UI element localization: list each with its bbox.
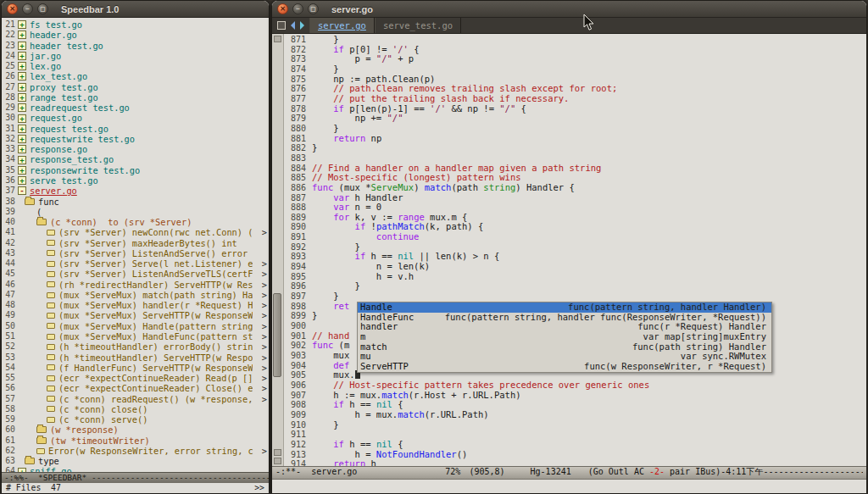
maximize-button-icon[interactable]: ◻ <box>37 3 48 14</box>
completion-item[interactable]: HandleFuncfunc(pattern string, handler f… <box>358 313 771 323</box>
code-area[interactable]: Handlefunc(pattern string, handler Handl… <box>284 34 866 466</box>
speedbar-row[interactable]: 33+response.go <box>2 144 269 154</box>
speedbar-item-label[interactable]: (mux *ServeMux) match(path string) Ha <box>58 290 253 300</box>
completion-item[interactable]: matchfunc(path string) Handler <box>358 342 771 352</box>
speedbar-row[interactable]: 31+request_test.go <box>2 124 269 134</box>
speedbar-item-label[interactable]: (tw *timeoutWriter) <box>50 436 150 446</box>
speedbar-row[interactable]: 41(srv *Server) newConn(rwc net.Conn) (> <box>2 227 269 237</box>
close-button-icon[interactable]: ✕ <box>277 3 288 14</box>
home-icon[interactable] <box>277 21 286 30</box>
vertical-scrollbar[interactable] <box>272 34 284 466</box>
speedbar-item-label[interactable]: (srv *Server) ListenAndServeTLS(certF <box>58 269 253 279</box>
scrollbar-thumb[interactable] <box>273 293 281 377</box>
editor-titlebar[interactable]: ✕ − ◻ server.go <box>272 1 866 18</box>
code-line[interactable]: 873 p = "/" + p <box>284 54 866 64</box>
speedbar-item-label[interactable]: (mux *ServeMux) handler(r *Request) H <box>58 300 253 310</box>
speedbar-row[interactable]: 59(c *conn) serve() <box>2 414 269 425</box>
expand-icon[interactable]: + <box>18 125 26 133</box>
speedbar-item-label[interactable]: proxy_test.go <box>30 82 98 92</box>
expand-icon[interactable]: + <box>18 145 26 153</box>
scrollbar-up-icon[interactable] <box>274 36 281 42</box>
expand-icon[interactable]: + <box>18 83 26 92</box>
code-line[interactable]: 895 h = v.h <box>284 272 866 282</box>
speedbar-item-label[interactable]: (ecr *expectContinueReader) Close() e <box>58 383 253 393</box>
speedbar-item-label[interactable]: Error(w ResponseWriter, error string, c <box>48 446 253 456</box>
code-line[interactable]: 879 np += "/" <box>284 114 866 124</box>
completion-item[interactable]: handlerfunc(r *Request) Handler <box>358 322 771 332</box>
speedbar-row[interactable]: 25+lex.go <box>2 61 269 71</box>
speedbar-row[interactable]: 38func <box>2 197 269 207</box>
expand-icon[interactable]: + <box>18 176 26 185</box>
speedbar-item-label[interactable]: jar.go <box>30 51 61 61</box>
completion-item[interactable]: Handlefunc(pattern string, handler Handl… <box>358 303 771 313</box>
expand-icon[interactable]: + <box>18 468 26 472</box>
speedbar-item-label[interactable]: (ecr *expectContinueReader) Read(p [] <box>58 373 253 383</box>
code-line[interactable]: 882} <box>284 143 866 153</box>
speedbar-row[interactable]: 51(mux *ServeMux) HandleFunc(pattern st> <box>2 331 269 341</box>
speedbar-item-label[interactable]: type <box>38 456 59 466</box>
speedbar-row[interactable]: 22+header.go <box>2 30 269 40</box>
code-line[interactable]: 910 } <box>284 420 866 430</box>
speedbar-item-label[interactable]: (mux *ServeMux) HandleFunc(pattern st <box>58 331 253 341</box>
scrollbar-down2-icon[interactable] <box>274 458 281 464</box>
collapse-icon[interactable]: - <box>18 186 26 195</box>
speedbar-item-label[interactable]: (srv *Server) maxHeaderBytes() int <box>58 238 237 248</box>
speedbar-item-label[interactable]: header.go <box>30 30 77 40</box>
speedbar-item-label[interactable]: responsewrite_test.go <box>30 165 140 175</box>
speedbar-row[interactable]: 34+response_test.go <box>2 154 269 164</box>
speedbar-row[interactable]: 40(c *conn) to (srv *Server) <box>2 217 269 227</box>
expand-icon[interactable]: + <box>18 114 26 123</box>
speedbar-item-label[interactable]: (srv *Server) Serve(l net.Listener) e <box>58 258 253 269</box>
speedbar-row[interactable]: 57(c *conn) readRequest() (w *response,> <box>2 394 269 404</box>
speedbar-row[interactable]: 44(srv *Server) Serve(l net.Listener) e> <box>2 258 269 269</box>
scroll-left-icon[interactable] <box>291 21 295 30</box>
speedbar-item-label[interactable]: (mux *ServeMux) Handle(pattern string <box>58 321 253 331</box>
expand-icon[interactable]: + <box>18 93 26 102</box>
speedbar-row[interactable]: 49(mux *ServeMux) ServeHTTP(w ResponseW> <box>2 310 269 320</box>
speedbar-row[interactable]: 54(f HandlerFunc) ServeHTTP(w ResponseW> <box>2 363 269 373</box>
speedbar-row[interactable]: 42(srv *Server) maxHeaderBytes() int <box>2 238 269 248</box>
code-line[interactable]: 896 } <box>284 281 866 291</box>
speedbar-item-label[interactable]: response.go <box>30 144 87 154</box>
speedbar-row[interactable]: 45(srv *Server) ListenAndServeTLS(certF> <box>2 269 269 279</box>
speedbar-row[interactable]: 39( <box>2 207 269 217</box>
expand-icon[interactable]: + <box>18 166 26 175</box>
expand-icon[interactable]: + <box>18 20 26 29</box>
expand-icon[interactable]: + <box>18 103 26 112</box>
expand-icon[interactable]: + <box>18 72 26 80</box>
code-line[interactable]: 909 h = mux.match(r.URL.Path) <box>284 410 866 420</box>
speedbar-item-label[interactable]: (c *conn) to (srv *Server) <box>50 217 192 227</box>
expand-icon[interactable]: + <box>18 42 26 50</box>
speedbar-item-label[interactable]: readrequest_test.go <box>30 103 130 113</box>
code-line[interactable]: 914 return h <box>284 459 866 466</box>
minimize-button-icon[interactable]: − <box>292 3 303 14</box>
speedbar-row[interactable]: 21+fs_test.go <box>2 19 269 30</box>
speedbar-item-label[interactable]: request.go <box>30 113 82 123</box>
speedbar-row[interactable]: 32+requestwrite_test.go <box>2 134 269 144</box>
speedbar-row[interactable]: 50(mux *ServeMux) Handle(pattern string> <box>2 321 269 331</box>
speedbar-row[interactable]: 37-server.go <box>2 186 269 196</box>
speedbar-item-label[interactable]: request_test.go <box>30 124 108 134</box>
speedbar-row[interactable]: 28+range_test.go <box>2 92 269 103</box>
speedbar-row[interactable]: 30+request.go <box>2 113 269 123</box>
speedbar-item-label[interactable]: header_test.go <box>30 41 103 51</box>
scrollbar-down-icon[interactable] <box>274 449 281 456</box>
maximize-button-icon[interactable]: ◻ <box>308 3 319 14</box>
speedbar-row[interactable]: 29+readrequest_test.go <box>2 103 269 113</box>
speedbar-item-label[interactable]: fs_test.go <box>30 19 82 30</box>
expand-icon[interactable]: + <box>18 31 26 39</box>
code-line[interactable]: 897 } <box>284 291 866 302</box>
speedbar-item-label[interactable]: server.go <box>30 186 77 196</box>
speedbar-item-label[interactable]: range_test.go <box>30 92 98 103</box>
speedbar-row[interactable]: 43(srv *Server) ListenAndServe() error <box>2 248 269 258</box>
speedbar-item-label[interactable]: lex_test.go <box>30 71 87 81</box>
speedbar-item-label[interactable]: func <box>38 197 59 207</box>
speedbar-row[interactable]: 35+responsewrite_test.go <box>2 165 269 175</box>
completion-item[interactable]: muvar sync.RWMutex <box>358 352 771 362</box>
speedbar-row[interactable]: 63type <box>2 456 269 466</box>
speedbar-item-label[interactable]: requestwrite_test.go <box>30 134 135 144</box>
speedbar-item-label[interactable]: (c *conn) readRequest() (w *response, <box>58 394 253 404</box>
speedbar-item-label[interactable]: (h *timeoutHandler) errorBody() strin <box>58 341 253 352</box>
speedbar-row[interactable]: 48(mux *ServeMux) handler(r *Request) H> <box>2 300 269 310</box>
close-button-icon[interactable]: ✕ <box>7 3 18 14</box>
